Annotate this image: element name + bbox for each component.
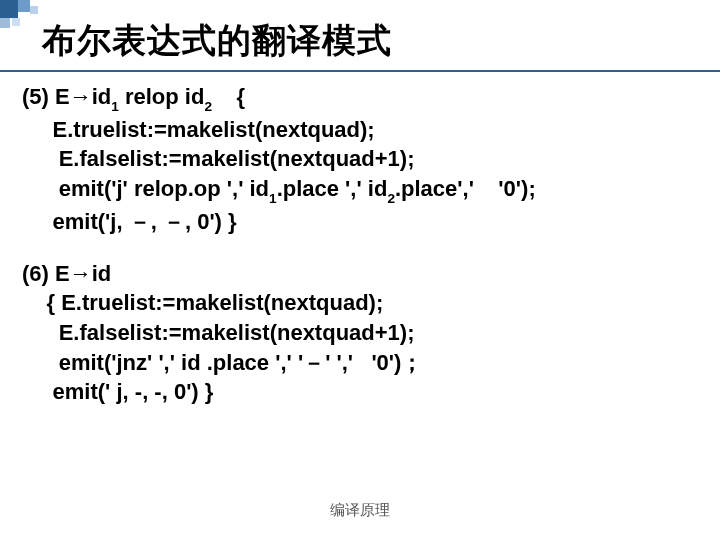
rule-5-line: E.falselist:=makelist(nextquad+1); [22, 144, 700, 174]
rule-6-line: { E.truelist:=makelist(nextquad); [22, 288, 700, 318]
rule-6-line: emit(' j, -, -, 0') } [22, 377, 700, 407]
rule-5-line: emit('j, －, －, 0') } [22, 207, 700, 237]
slide-body: (5) E→id1 relop id2 { E.truelist:=makeli… [0, 72, 720, 407]
rule-5-head: (5) E→id1 relop id2 { [22, 82, 700, 115]
rule-6-line: emit('jnz' ',' id .place ',' '－' ',' '0'… [22, 348, 700, 378]
rule-number: (6) [22, 261, 49, 286]
slide-footer: 编译原理 [0, 501, 720, 520]
rule-number: (5) [22, 84, 49, 109]
rule-5: (5) E→id1 relop id2 { E.truelist:=makeli… [22, 82, 700, 237]
slide-title: 布尔表达式的翻译模式 [42, 18, 720, 64]
corner-decoration [0, 0, 60, 30]
rule-5-line: emit('j' relop.op ',' id1.place ',' id2.… [22, 174, 700, 207]
rule-6-line: E.falselist:=makelist(nextquad+1); [22, 318, 700, 348]
rule-5-line: E.truelist:=makelist(nextquad); [22, 115, 700, 145]
rule-6: (6) E→id { E.truelist:=makelist(nextquad… [22, 259, 700, 407]
rule-6-head: (6) E→id [22, 259, 700, 289]
